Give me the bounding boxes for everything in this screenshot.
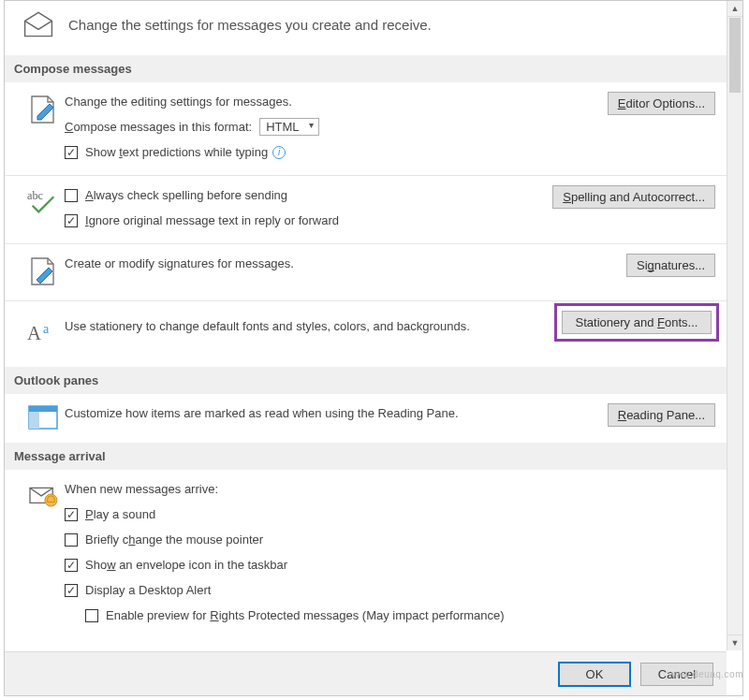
envelope-icon (22, 10, 55, 38)
edit-icon (29, 94, 57, 125)
scroll-down-arrow[interactable]: ▼ (727, 634, 742, 650)
stationery-highlight: Stationery and Fonts... (554, 303, 719, 342)
mouse-label: Briefly change the mouse pointer (85, 532, 263, 547)
font-icon: A a (27, 318, 59, 346)
desktop-alert-checkbox[interactable] (65, 584, 78, 597)
section-panes-header: Outlook panes (5, 367, 727, 394)
header-text: Change the settings for messages you cre… (68, 17, 432, 33)
svg-text:a: a (43, 321, 50, 336)
predictions-label: Show text predictions while typing (85, 145, 268, 159)
scroll-thumb[interactable] (729, 18, 741, 93)
spell-checkbox[interactable] (65, 189, 78, 202)
stationery-desc: Use stationery to change default fonts a… (65, 319, 470, 333)
section-compose-header: Compose messages (5, 55, 727, 82)
preview-label: Enable preview for Rights Protected mess… (106, 608, 505, 622)
desktop-alert-label: Display a Desktop Alert (85, 583, 211, 597)
play-sound-checkbox[interactable] (65, 508, 78, 521)
envelope-checkbox[interactable] (65, 559, 78, 572)
predictions-checkbox[interactable] (65, 146, 78, 159)
format-select[interactable]: HTML (259, 118, 318, 136)
play-sound-label: Play a sound (85, 507, 155, 521)
signature-icon (29, 255, 57, 287)
svg-text:A: A (27, 323, 41, 344)
watermark: www.deuaq.com (668, 669, 743, 679)
ok-button[interactable]: OK (558, 662, 631, 687)
stationery-button[interactable]: Stationery and Fonts... (562, 311, 712, 334)
reading-desc: Customize how items are marked as read w… (65, 406, 459, 420)
scroll-up-arrow[interactable]: ▲ (727, 1, 742, 17)
svg-text:abc: abc (27, 189, 44, 202)
section-arrival-header: Message arrival (5, 443, 727, 470)
reading-pane-button[interactable]: Reading Pane... (608, 403, 715, 427)
arrival-when: When new messages arrive: (65, 482, 218, 496)
svg-rect-5 (29, 412, 39, 429)
editing-desc: Change the editing settings for messages… (65, 95, 292, 109)
spell-label: Always check spelling before sending (85, 188, 287, 202)
preview-checkbox[interactable] (85, 609, 98, 622)
editor-options-button[interactable]: Editor Options... (608, 92, 715, 115)
ignore-checkbox[interactable] (65, 214, 78, 227)
format-label: Compose messages in this format: (65, 120, 252, 134)
spelling-button[interactable]: Spelling and Autocorrect... (552, 185, 715, 209)
info-icon[interactable]: i (272, 146, 286, 159)
pane-icon (28, 405, 58, 430)
signatures-desc: Create or modify signatures for messages… (65, 256, 294, 270)
signatures-button[interactable]: Signatures... (626, 254, 715, 277)
vertical-scrollbar[interactable]: ▲ ▼ (727, 1, 742, 650)
abc-check-icon: abc (27, 187, 59, 215)
ignore-label: Ignore original message text in reply or… (85, 213, 339, 227)
arrival-icon (27, 481, 59, 507)
svg-rect-4 (29, 406, 57, 412)
envelope-label: Show an envelope icon in the taskbar (85, 558, 287, 572)
mouse-checkbox[interactable] (65, 533, 78, 547)
